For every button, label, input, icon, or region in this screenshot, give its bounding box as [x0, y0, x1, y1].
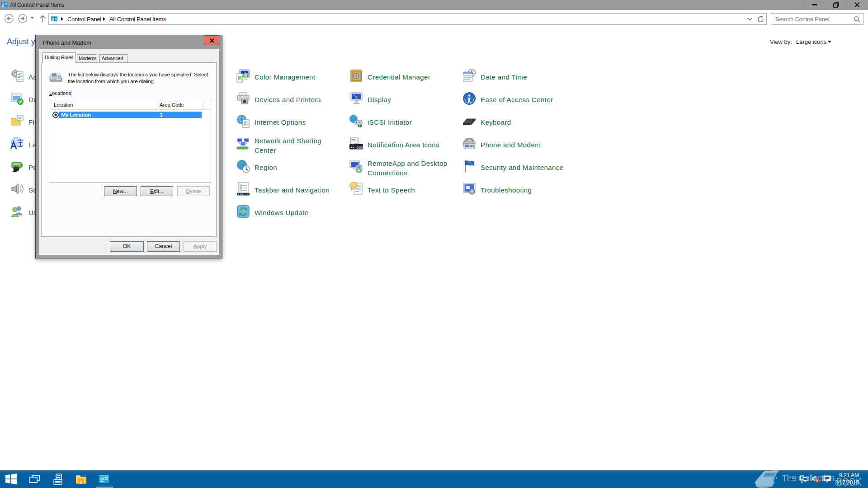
svg-text:0:00: 0:00	[357, 146, 363, 149]
